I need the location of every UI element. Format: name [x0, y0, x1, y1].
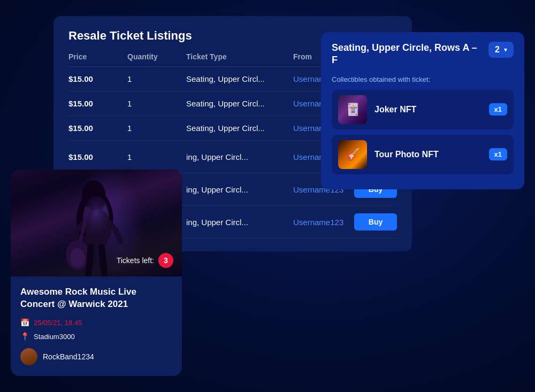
seating-title: Seating, Upper Circle, Rows A – F [332, 42, 482, 67]
tickets-left-badge: Tickets left: 3 [117, 253, 173, 268]
col-price: Price [68, 52, 127, 61]
artist-avatar [20, 348, 37, 365]
tour-photo-nft-thumbnail [338, 140, 367, 169]
row-qty: 1 [127, 152, 186, 162]
row-price: $15.00 [68, 99, 127, 108]
event-venue-row: 📍 Stadium3000 [20, 332, 172, 341]
col-ticket-type: Ticket Type [186, 52, 293, 61]
collectible-count: x1 [489, 148, 507, 160]
col-quantity: Quantity [127, 52, 186, 61]
svg-point-4 [70, 248, 85, 267]
row-ticket-type: Seating, Upper Circl... [186, 99, 293, 108]
tickets-count: 3 [158, 253, 173, 268]
row-price: $15.00 [68, 152, 127, 162]
seating-header: Seating, Upper Circle, Rows A – F 2 ▾ [332, 42, 514, 67]
artist-avatar-image [20, 348, 37, 365]
row-ticket-type: ing, Upper Circl... [186, 218, 293, 227]
collectible-name: Tour Photo NFT [374, 150, 482, 159]
svg-point-5 [80, 196, 112, 250]
location-icon: 📍 [20, 332, 29, 341]
event-title: Awesome Rock Music Live Concert @ Warwic… [20, 286, 172, 311]
collectible-count: x1 [489, 103, 507, 116]
artist-row: RockBand1234 [20, 348, 172, 365]
row-price: $15.00 [68, 74, 127, 83]
row-ticket-type: Seating, Upper Circl... [186, 74, 293, 83]
event-venue: Stadium3000 [34, 333, 75, 341]
event-info: Awesome Rock Music Live Concert @ Warwic… [11, 276, 182, 376]
collectible-name: Joker NFT [374, 105, 482, 114]
row-qty: 1 [127, 99, 186, 108]
tickets-left-label: Tickets left: [117, 256, 154, 265]
row-ticket-type: ing, Upper Circl... [186, 152, 293, 162]
collectibles-label: Collectibles obtained with ticket: [332, 75, 514, 83]
buy-button[interactable]: Buy [354, 213, 397, 230]
row-from-user: Username123 [293, 218, 354, 227]
quantity-selector[interactable]: 2 ▾ [488, 42, 514, 58]
quantity-value: 2 [495, 45, 500, 55]
event-date: 25/05/21, 18.45 [34, 319, 82, 327]
event-card: Tickets left: 3 Awesome Rock Music Live … [11, 170, 182, 376]
event-date-row: 📅 25/05/21, 18.45 [20, 318, 172, 327]
seating-panel: Seating, Upper Circle, Rows A – F 2 ▾ Co… [321, 32, 524, 189]
row-ticket-type: ing, Upper Circl... [186, 185, 293, 194]
collectible-item: Tour Photo NFT x1 [332, 135, 514, 174]
collectible-item: Joker NFT x1 [332, 90, 514, 129]
chevron-down-icon: ▾ [504, 46, 507, 53]
row-ticket-type: Seating, Upper Circl... [186, 124, 293, 133]
row-qty: 1 [127, 124, 186, 133]
row-price: $15.00 [68, 124, 127, 133]
event-image: Tickets left: 3 [11, 170, 182, 276]
row-qty: 1 [127, 74, 186, 83]
joker-nft-thumbnail [338, 95, 367, 124]
artist-name: RockBand1234 [43, 352, 94, 361]
calendar-icon: 📅 [20, 318, 29, 327]
